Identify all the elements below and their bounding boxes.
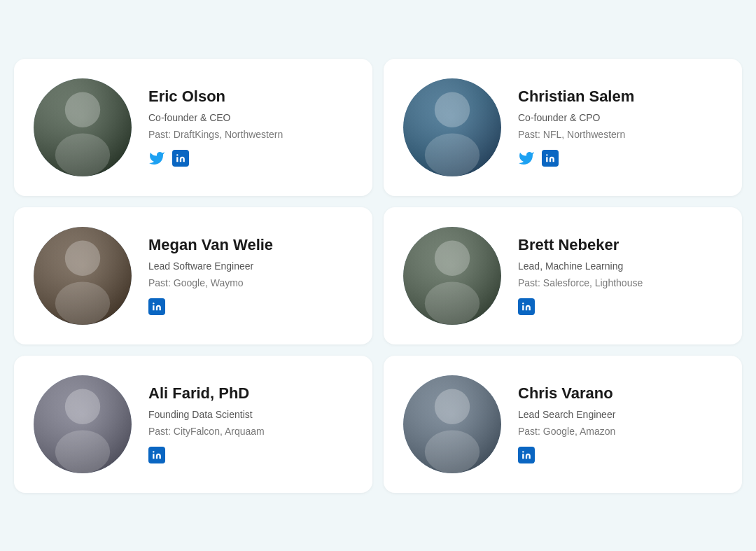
svg-point-14 bbox=[425, 281, 479, 325]
svg-point-5 bbox=[435, 92, 470, 127]
role-christian: Co-founder & CPO bbox=[518, 111, 634, 125]
linkedin-link-eric[interactable] bbox=[172, 150, 189, 167]
team-card-chris: Chris VaranoLead Search EngineerPast: Go… bbox=[384, 356, 742, 493]
info-megan: Megan Van WelieLead Software EngineerPas… bbox=[148, 236, 273, 316]
past-megan: Past: Google, Waymo bbox=[148, 277, 273, 291]
name-brett: Brett Nebeker bbox=[518, 236, 643, 254]
svg-point-2 bbox=[55, 133, 110, 176]
svg-point-11 bbox=[153, 302, 154, 304]
name-christian: Christian Salem bbox=[518, 88, 634, 106]
avatar-brett bbox=[403, 227, 501, 325]
linkedin-icon-megan bbox=[148, 298, 165, 315]
avatar-megan bbox=[34, 227, 132, 325]
past-christian: Past: NFL, Northwestern bbox=[518, 128, 634, 142]
team-card-ali: Ali Farid, PhDFounding Data ScientistPas… bbox=[14, 356, 372, 493]
social-links-christian bbox=[518, 150, 634, 167]
team-card-brett: Brett NebekerLead, Machine LearningPast:… bbox=[384, 207, 742, 344]
linkedin-link-brett[interactable] bbox=[518, 298, 535, 315]
svg-point-21 bbox=[435, 389, 470, 424]
linkedin-link-chris[interactable] bbox=[518, 447, 535, 463]
linkedin-link-ali[interactable] bbox=[148, 447, 165, 463]
social-links-brett bbox=[518, 298, 643, 315]
role-eric: Co-founder & CEO bbox=[148, 111, 283, 125]
svg-point-6 bbox=[425, 133, 479, 176]
past-ali: Past: CityFalcon, Arquaam bbox=[148, 425, 265, 439]
linkedin-icon-chris bbox=[518, 447, 535, 463]
social-links-megan bbox=[148, 298, 273, 315]
twitter-link-christian[interactable] bbox=[518, 150, 535, 167]
svg-point-9 bbox=[65, 240, 100, 275]
past-eric: Past: DraftKings, Northwestern bbox=[148, 128, 283, 142]
linkedin-icon-eric bbox=[172, 150, 189, 167]
svg-point-22 bbox=[425, 430, 479, 473]
svg-point-10 bbox=[55, 281, 110, 325]
past-brett: Past: Salesforce, Lighthouse bbox=[518, 277, 643, 291]
linkedin-icon-ali bbox=[148, 447, 165, 463]
linkedin-link-megan[interactable] bbox=[148, 298, 165, 315]
info-christian: Christian SalemCo-founder & CPOPast: NFL… bbox=[518, 88, 634, 167]
role-ali: Founding Data Scientist bbox=[148, 408, 265, 422]
name-eric: Eric Olson bbox=[148, 88, 283, 106]
avatar-christian bbox=[403, 78, 501, 176]
twitter-link-eric[interactable] bbox=[148, 150, 165, 167]
role-megan: Lead Software Engineer bbox=[148, 260, 273, 274]
svg-point-23 bbox=[522, 451, 524, 452]
avatar-ali bbox=[34, 375, 132, 473]
linkedin-icon-brett bbox=[518, 298, 535, 315]
info-eric: Eric OlsonCo-founder & CEOPast: DraftKin… bbox=[148, 88, 283, 167]
team-card-christian: Christian SalemCo-founder & CPOPast: NFL… bbox=[384, 59, 742, 196]
name-megan: Megan Van Welie bbox=[148, 236, 273, 254]
name-chris: Chris Varano bbox=[518, 384, 615, 403]
social-links-ali bbox=[148, 447, 265, 463]
info-ali: Ali Farid, PhDFounding Data ScientistPas… bbox=[148, 384, 265, 464]
svg-point-19 bbox=[153, 451, 154, 452]
name-ali: Ali Farid, PhD bbox=[148, 384, 265, 403]
svg-point-17 bbox=[65, 389, 100, 424]
svg-point-18 bbox=[55, 430, 110, 473]
avatar-chris bbox=[403, 375, 501, 473]
svg-point-13 bbox=[435, 240, 470, 275]
social-links-eric bbox=[148, 150, 283, 167]
team-card-megan: Megan Van WelieLead Software EngineerPas… bbox=[14, 207, 372, 344]
linkedin-icon-christian bbox=[542, 150, 559, 167]
social-links-chris bbox=[518, 447, 615, 463]
avatar-eric bbox=[34, 78, 132, 176]
team-grid: Eric OlsonCo-founder & CEOPast: DraftKin… bbox=[14, 59, 742, 493]
linkedin-link-christian[interactable] bbox=[542, 150, 559, 167]
svg-point-15 bbox=[522, 302, 524, 304]
info-brett: Brett NebekerLead, Machine LearningPast:… bbox=[518, 236, 643, 316]
info-chris: Chris VaranoLead Search EngineerPast: Go… bbox=[518, 384, 615, 464]
role-chris: Lead Search Engineer bbox=[518, 408, 615, 422]
team-card-eric: Eric OlsonCo-founder & CEOPast: DraftKin… bbox=[14, 59, 372, 196]
svg-point-1 bbox=[65, 92, 100, 127]
svg-point-3 bbox=[176, 154, 178, 155]
svg-point-7 bbox=[546, 154, 547, 155]
past-chris: Past: Google, Amazon bbox=[518, 425, 615, 439]
role-brett: Lead, Machine Learning bbox=[518, 260, 643, 274]
